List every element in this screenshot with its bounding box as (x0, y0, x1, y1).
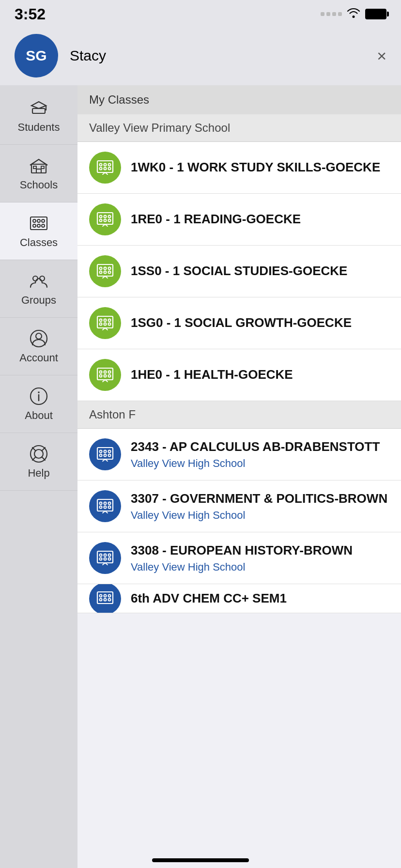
sidebar-item-classes[interactable]: Classes (0, 202, 77, 260)
svg-point-59 (104, 323, 107, 326)
svg-rect-54 (97, 316, 113, 328)
class-item-1he0[interactable]: 1HE0 - 1 HEALTH-GOECKE (77, 349, 401, 401)
class-info-1he0: 1HE0 - 1 HEALTH-GOECKE (131, 367, 389, 383)
sidebar-account-label: Account (19, 352, 58, 364)
svg-point-94 (100, 558, 102, 560)
class-item-3308[interactable]: 3308 - EUROPEAN HISTORY-BROWN Valley Vie… (77, 532, 401, 584)
svg-point-38 (104, 216, 107, 218)
svg-point-58 (100, 323, 102, 326)
svg-rect-5 (33, 166, 36, 169)
svg-point-14 (33, 276, 38, 281)
wifi-icon (347, 7, 360, 21)
svg-point-77 (104, 454, 107, 457)
class-item-1re0[interactable]: 1RE0 - 1 READING-GOECKE (77, 194, 401, 246)
svg-point-50 (104, 271, 107, 274)
class-icon-2343 (89, 438, 121, 470)
class-info-1sg0: 1SG0 - 1 SOCIAL GROWTH-GOECKE (131, 315, 389, 331)
class-name-1wk0: 1WK0 - 1 WORK STUDY SKILLS-GOECKE (131, 159, 389, 176)
svg-point-32 (104, 168, 107, 170)
svg-rect-45 (97, 264, 113, 276)
svg-point-87 (108, 506, 111, 509)
svg-point-17 (36, 333, 42, 339)
svg-point-101 (104, 594, 107, 597)
class-item-2343[interactable]: 2343 - AP CALCULUS AB-DRABENSTOTT Valley… (77, 429, 401, 480)
class-info-2343: 2343 - AP CALCULUS AB-DRABENSTOTT Valley… (131, 439, 389, 470)
class-name-1re0: 1RE0 - 1 READING-GOECKE (131, 211, 389, 228)
sidebar-item-help[interactable]: Help (0, 433, 77, 491)
svg-point-104 (104, 598, 107, 601)
sidebar-help-label: Help (28, 467, 49, 480)
svg-point-8 (33, 219, 36, 222)
class-item-3307[interactable]: 3307 - GOVERNMENT & POLITICS-BROWN Valle… (77, 480, 401, 532)
svg-point-13 (42, 224, 45, 227)
svg-line-24 (42, 448, 45, 450)
battery-icon (365, 9, 386, 19)
sidebar-students-label: Students (18, 121, 60, 134)
sidebar-item-about[interactable]: About (0, 375, 77, 433)
svg-point-33 (108, 168, 111, 170)
school-group-ashton-f: Ashton F (77, 401, 401, 429)
school-group-valley-view-primary: Valley View Primary School (77, 114, 401, 142)
svg-point-105 (108, 598, 111, 601)
svg-point-29 (104, 164, 107, 166)
svg-point-56 (104, 319, 107, 322)
class-item-1sg0[interactable]: 1SG0 - 1 SOCIAL GROWTH-GOECKE (77, 297, 401, 349)
status-icons (321, 7, 386, 21)
svg-point-86 (104, 506, 107, 509)
svg-point-85 (100, 506, 102, 509)
account-icon (29, 328, 49, 349)
help-icon (29, 444, 49, 464)
svg-point-76 (100, 454, 102, 457)
status-time: 3:52 (15, 5, 46, 23)
svg-rect-72 (97, 448, 113, 459)
sidebar-item-groups[interactable]: Groups (0, 260, 77, 318)
class-item-6th-adv-partial[interactable]: 6th ADV CHEM CC+ SEM1 (77, 584, 401, 613)
svg-point-11 (33, 224, 36, 227)
svg-line-26 (42, 457, 45, 460)
svg-point-55 (100, 319, 102, 322)
class-name-1sg0: 1SG0 - 1 SOCIAL GROWTH-GOECKE (131, 315, 389, 331)
svg-point-20 (38, 391, 40, 393)
svg-point-91 (100, 554, 102, 557)
sidebar-schools-label: Schools (20, 179, 58, 191)
header: SG Stacy × (0, 26, 401, 85)
svg-point-15 (40, 276, 45, 281)
class-school-3308: Valley View High School (131, 561, 389, 574)
svg-point-93 (108, 554, 111, 557)
svg-line-25 (32, 457, 35, 460)
svg-point-95 (104, 558, 107, 560)
class-item-1ss0[interactable]: 1SS0 - 1 SOCIAL STUDIES-GOECKE (77, 246, 401, 297)
svg-point-28 (100, 164, 102, 166)
close-button[interactable]: × (377, 47, 386, 64)
svg-point-42 (108, 219, 111, 222)
avatar: SG (15, 34, 58, 78)
svg-point-78 (108, 454, 111, 457)
svg-rect-36 (97, 213, 113, 224)
svg-point-66 (108, 371, 111, 373)
class-name-1ss0: 1SS0 - 1 SOCIAL STUDIES-GOECKE (131, 263, 389, 279)
sidebar-item-schools[interactable]: Schools (0, 145, 77, 202)
svg-point-39 (108, 216, 111, 218)
class-info-3307: 3307 - GOVERNMENT & POLITICS-BROWN Valle… (131, 491, 389, 522)
svg-point-51 (108, 271, 111, 274)
svg-marker-1 (31, 102, 46, 108)
svg-point-68 (104, 375, 107, 377)
svg-point-73 (100, 450, 102, 453)
svg-point-40 (100, 219, 102, 222)
sidebar: Students Schools Classes (0, 85, 77, 868)
sidebar-item-account[interactable]: Account (0, 318, 77, 375)
class-info-1wk0: 1WK0 - 1 WORK STUDY SKILLS-GOECKE (131, 159, 389, 176)
class-icon-green (89, 152, 121, 184)
svg-point-74 (104, 450, 107, 453)
class-info-6th-adv: 6th ADV CHEM CC+ SEM1 (131, 590, 389, 607)
home-indicator (152, 858, 249, 862)
svg-point-69 (108, 375, 111, 377)
svg-point-82 (100, 502, 102, 505)
groups-icon (29, 271, 49, 291)
svg-rect-90 (97, 551, 113, 563)
sidebar-about-label: About (25, 409, 53, 422)
sidebar-item-students[interactable]: Students (0, 87, 77, 145)
class-item-1wk0[interactable]: 1WK0 - 1 WORK STUDY SKILLS-GOECKE (77, 142, 401, 194)
svg-point-60 (108, 323, 111, 326)
class-icon-1re0 (89, 203, 121, 235)
